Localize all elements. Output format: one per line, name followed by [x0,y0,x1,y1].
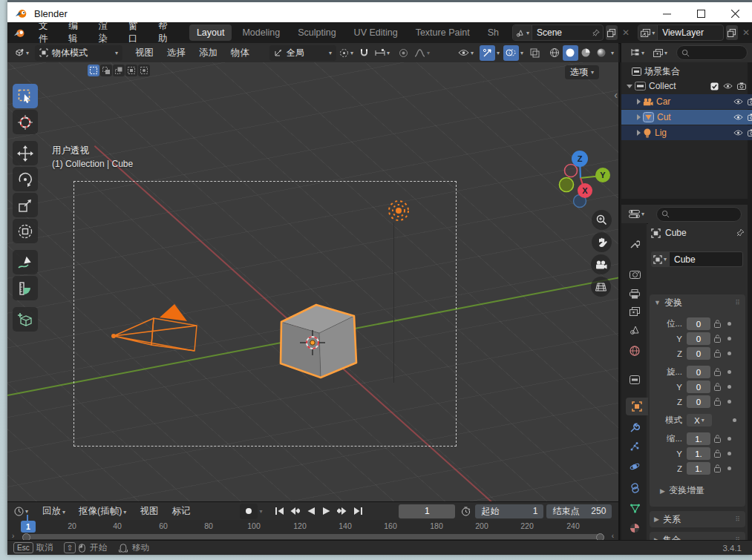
lock-icon[interactable] [714,398,721,406]
panel-grip-icon[interactable]: ⠿ [735,515,741,523]
light-object[interactable] [386,198,411,223]
workspace-tab-sculpting[interactable]: Sculpting [290,24,343,41]
collections-panel[interactable]: ▶集合⠿ [650,532,745,540]
gizmos-dropdown-arrow[interactable]: ▾ [497,50,500,56]
tab-tool[interactable] [624,235,645,253]
animate-dot[interactable] [728,370,731,374]
tab-object[interactable] [626,398,648,415]
tab-collection-properties[interactable] [624,371,645,389]
menu-select[interactable]: 选择 [160,45,192,62]
menu-keying[interactable]: 抠像(插帧)▾ [72,503,133,520]
hide-eye-icon[interactable] [733,98,743,105]
camera-view-button[interactable] [591,254,611,274]
proportional-editing-toggle[interactable] [396,45,411,61]
navigation-gizmo[interactable]: Z Y X [555,148,618,211]
tab-material[interactable] [624,519,645,537]
properties-search-input[interactable] [656,207,742,222]
location-y-field[interactable]: 0 [687,332,710,345]
menu-view-timeline[interactable]: 视图 [133,503,165,520]
cube-row[interactable]: Cut [621,110,752,125]
pivot-point-dropdown[interactable]: ▾ [336,47,356,59]
workspace-tab-layout[interactable]: Layout [189,24,232,41]
lock-icon[interactable] [714,383,721,391]
perspective-toggle-button[interactable] [591,277,611,297]
panel-grip-icon[interactable]: ⠿ [735,299,741,306]
shading-rendered-button[interactable] [594,45,609,61]
outliner-search-input[interactable] [676,45,748,60]
collection-expand-icon[interactable] [627,85,632,88]
sidebar-collapse-arrow[interactable]: ‹ [614,89,618,101]
lock-icon[interactable] [714,464,721,472]
camera-row[interactable]: Car [621,94,752,109]
render-camera-icon[interactable] [737,82,746,90]
light-row[interactable]: Lig [621,125,752,140]
pin-icon[interactable] [592,29,600,37]
collection-row[interactable]: Collect [621,79,751,93]
animate-dot[interactable] [733,418,736,422]
scene-new-copy-button[interactable] [606,25,618,40]
scale-x-field[interactable]: 1. [687,432,710,445]
scale-tool[interactable] [13,193,38,217]
scene-unlink-button[interactable]: ✕ [620,25,632,40]
tab-modifiers[interactable] [624,419,645,437]
playhead[interactable]: 1 [21,521,36,533]
outliner-display-mode-button[interactable]: ▾ [650,47,670,59]
select-mode-subtract-button[interactable] [113,65,125,76]
render-camera-icon[interactable] [748,98,752,105]
next-keyframe-button[interactable] [335,505,349,518]
lock-icon[interactable] [714,320,721,328]
frame-start-field[interactable]: 起始 1 [475,504,543,518]
scale-z-field[interactable]: 1. [687,462,710,475]
rotation-z-field[interactable]: 0 [687,395,710,408]
shading-solid-button[interactable] [563,45,578,61]
location-x-field[interactable]: 0 [687,317,710,330]
pan-button[interactable] [592,232,612,252]
animate-dot[interactable] [728,467,731,470]
pin-id-icon[interactable] [736,228,745,237]
select-mode-new-button[interactable] [88,65,99,76]
animate-dot[interactable] [728,452,731,455]
shading-dropdown-arrow[interactable]: ▾ [611,50,614,56]
camera-expand-icon[interactable] [637,99,641,105]
tab-object-data[interactable] [624,499,645,517]
mode-dropdown[interactable]: 物体模式 ▾ [35,45,122,61]
select-mode-extend-button[interactable] [100,65,112,76]
tab-physics[interactable] [624,458,645,475]
use-preview-range-icon[interactable] [461,507,471,516]
properties-editor-type-button[interactable]: ▾ [626,208,647,220]
play-reverse-button[interactable] [304,505,318,518]
animate-dot[interactable] [728,322,731,326]
scene-selector[interactable]: ▾ Scene [512,24,604,41]
tab-particles[interactable] [624,438,645,455]
lock-icon[interactable] [714,449,721,458]
current-frame-field[interactable]: 1 [399,504,455,518]
annotate-tool[interactable] [13,250,38,274]
viewlayer-name[interactable]: ViewLayer [658,27,708,38]
animate-dot[interactable] [728,337,731,340]
3d-viewport[interactable]: 选项 ▾ 用户透视 (1) Collection | Cube [7,62,618,501]
camera-object[interactable] [108,303,203,357]
hide-eye-icon[interactable] [733,113,743,121]
jump-to-start-button[interactable] [272,505,287,518]
previous-keyframe-button[interactable] [288,505,302,518]
maximize-button[interactable] [684,2,718,24]
menu-playback[interactable]: 回放▾ [36,503,72,520]
transform-orientation-dropdown[interactable]: 全局 ▾ [269,45,336,61]
xray-toggle[interactable] [527,45,543,61]
minimize-button[interactable] [650,2,684,24]
delta-transform-header[interactable]: ▶变换增量 [660,484,704,497]
transform-panel-header[interactable]: ▼ 变换 ⠿ [650,294,745,311]
overlays-toggle[interactable] [503,45,519,61]
workspace-tab-uvediting[interactable]: UV Editing [347,24,405,41]
cube-expand-icon[interactable] [637,114,641,120]
hide-eye-icon[interactable] [723,82,733,90]
scrollbar-right-arrow[interactable]: ‹ [612,532,614,540]
close-button[interactable] [718,2,752,24]
editor-type-button[interactable]: ▾ [11,47,32,59]
render-camera-icon[interactable] [748,113,752,121]
menu-view[interactable]: 视图 [128,45,160,62]
zoom-button[interactable] [592,210,612,230]
tab-render[interactable] [624,266,645,283]
tab-constraints[interactable] [624,479,645,497]
hide-eye-icon[interactable] [733,129,743,136]
